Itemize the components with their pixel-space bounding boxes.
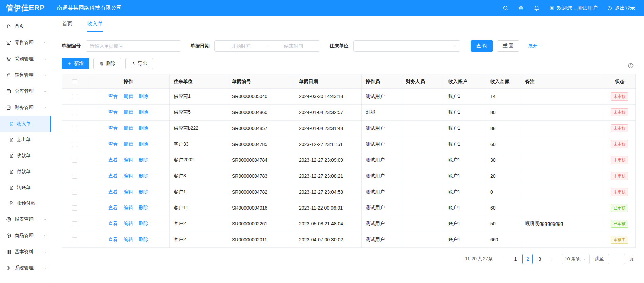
sidebar-item-warehouse[interactable]: 仓库管理 [0,83,51,100]
cell-operator: 测试用户 [362,216,402,232]
page-size-select[interactable]: 10 条/页 [562,254,590,264]
view-link[interactable]: 查看 [108,173,118,178]
cell-account: 账户1 [444,168,486,184]
delete-link[interactable]: 删除 [139,141,148,147]
edit-link[interactable]: 编辑 [124,109,133,115]
delete-link[interactable]: 删除 [139,221,148,226]
view-link[interactable]: 查看 [108,109,118,115]
delete-link[interactable]: 删除 [139,205,148,210]
row-checkbox[interactable] [72,237,77,242]
add-button[interactable]: 新增 [62,58,89,69]
row-checkbox[interactable] [72,174,77,179]
warehouse-icon [6,89,12,94]
col-operation: 操作 [87,74,170,89]
cell-amount: 20 [486,168,521,184]
sidebar-item-reports[interactable]: 报表查询 [0,211,51,227]
row-checkbox[interactable] [72,158,77,163]
partner-select[interactable] [353,40,460,52]
page-number-button[interactable]: 2 [522,254,533,264]
edit-link[interactable]: 编辑 [124,237,133,242]
sidebar-item-home[interactable]: 首页 [0,18,51,35]
logout-button[interactable]: 退出登录 [607,5,635,12]
delete-link[interactable]: 删除 [139,189,148,194]
view-link[interactable]: 查看 [108,93,118,99]
row-checkbox[interactable] [72,110,77,115]
view-link[interactable]: 查看 [108,221,118,226]
bill-no-input[interactable] [86,40,181,52]
sidebar-item-retail[interactable]: 零售管理 [0,35,51,51]
date-range-picker[interactable]: ~ [214,40,320,52]
sidebar-item-basedata[interactable]: 基本资料 [0,244,51,260]
divider [121,222,121,226]
end-date-input[interactable] [271,43,316,49]
delete-link[interactable]: 删除 [139,125,148,131]
search-button[interactable]: 查 询 [471,40,493,52]
page-number-button[interactable]: 1 [510,254,520,264]
cell-account: 账户1 [444,105,486,121]
status-badge: 未审核 [611,140,628,148]
sidebar-subitem[interactable]: 支出单 [0,132,51,148]
search-icon[interactable] [502,5,509,11]
cell-operator: 测试用户 [362,121,402,136]
reset-button[interactable]: 重 置 [497,40,519,52]
edit-link[interactable]: 编辑 [124,157,133,162]
row-checkbox[interactable] [72,94,77,99]
prev-page-button[interactable] [498,254,508,264]
sidebar-subitem[interactable]: 收款单 [0,148,51,164]
sidebar-subitem[interactable]: 收预付款 [0,195,51,211]
sidebar-item-purchase[interactable]: 采购管理 [0,51,51,67]
submenu-label: 转账单 [17,184,31,191]
smile-icon [549,5,555,11]
bank-icon[interactable] [518,5,524,11]
delete-link[interactable]: 删除 [139,173,148,178]
view-link[interactable]: 查看 [108,205,118,210]
view-link[interactable]: 查看 [108,189,118,194]
next-page-button[interactable] [547,254,557,264]
edit-link[interactable]: 编辑 [124,205,133,210]
sidebar-subitem[interactable]: 收入单 [0,116,51,132]
user-welcome[interactable]: 欢迎您，测试用户 [549,5,598,12]
sidebar-item-finance[interactable]: 财务管理 [0,100,51,116]
delete-link[interactable]: 删除 [139,157,148,162]
delete-button[interactable]: 删除 [93,58,121,69]
welcome-text: 欢迎您，测试用户 [557,5,598,12]
sidebar-item-goods[interactable]: 商品管理 [0,227,51,244]
jump-page-input[interactable] [608,254,625,264]
edit-link[interactable]: 编辑 [124,141,133,147]
export-button[interactable]: 导出 [125,58,153,69]
sidebar-subitem[interactable]: 付款单 [0,164,51,179]
row-checkbox[interactable] [72,190,77,195]
start-date-input[interactable] [218,43,264,49]
edit-link[interactable]: 编辑 [124,189,133,194]
view-link[interactable]: 查看 [108,237,118,242]
edit-link[interactable]: 编辑 [124,125,133,131]
view-link[interactable]: 查看 [108,125,118,131]
bell-icon[interactable] [534,5,540,11]
cell-finance-staff [402,216,444,232]
edit-link[interactable]: 编辑 [124,93,133,99]
expand-link[interactable]: 展开 [528,43,543,49]
sidebar-item-sales[interactable]: 销售管理 [0,67,51,83]
delete-link[interactable]: 删除 [139,93,148,99]
delete-link[interactable]: 删除 [139,237,148,242]
row-checkbox[interactable] [72,221,77,226]
row-checkbox[interactable] [72,142,77,147]
page-number-button[interactable]: 3 [535,254,545,264]
sidebar-subitem[interactable]: 转账单 [0,179,51,195]
select-all-checkbox[interactable] [72,79,77,84]
cell-operator: 测试用户 [362,200,402,216]
row-checkbox[interactable] [72,205,77,211]
edit-link[interactable]: 编辑 [124,221,133,226]
help-icon[interactable] [628,63,634,69]
delete-link[interactable]: 删除 [139,109,148,115]
view-link[interactable]: 查看 [108,157,118,162]
sidebar-item-system[interactable]: 系统管理 [0,260,51,276]
tab-income-bill[interactable]: 收入单 [87,16,103,32]
divider [121,110,121,115]
row-checkbox[interactable] [72,126,77,131]
divider [136,238,136,242]
tab-home[interactable]: 首页 [62,16,72,32]
view-link[interactable]: 查看 [108,141,118,147]
edit-link[interactable]: 编辑 [124,173,133,178]
col-partner: 往来单位 [170,74,228,89]
